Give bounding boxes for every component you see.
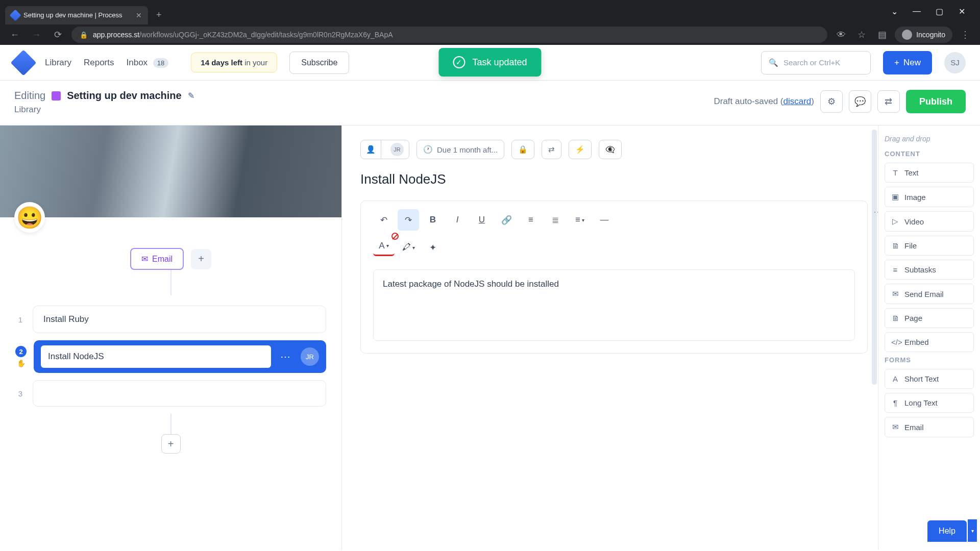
shuffle-button[interactable]: ⇄ (877, 90, 900, 113)
window-close-icon[interactable]: ✕ (953, 4, 970, 18)
help-button[interactable]: Help (927, 520, 967, 542)
block-embed[interactable]: </>Embed (885, 332, 974, 352)
tab-favicon (10, 9, 21, 21)
forward-button[interactable]: → (29, 27, 44, 42)
block-text[interactable]: TText (885, 163, 974, 183)
block-video[interactable]: ▷Video (885, 211, 974, 232)
block-page[interactable]: 🗎Page (885, 308, 974, 328)
user-avatar[interactable]: SJ (944, 52, 966, 73)
nav-library[interactable]: Library (45, 58, 71, 68)
email-button[interactable]: ✉ Email (130, 248, 184, 270)
italic-button[interactable]: I (447, 209, 468, 231)
align-button[interactable]: ≡ (569, 209, 591, 231)
panel-section-forms: FORMS (885, 356, 974, 364)
block-subtasks[interactable]: ≡Subtasks (885, 260, 974, 280)
workflow-emoji[interactable]: 😀 (14, 202, 45, 233)
nav-reports[interactable]: Reports (84, 58, 114, 68)
task-card[interactable]: Install Ruby (33, 306, 326, 333)
task-more-icon[interactable]: ⋯ (277, 350, 295, 363)
edit-title-icon[interactable]: ✎ (188, 91, 194, 101)
new-button[interactable]: + New (883, 51, 932, 74)
due-date-pill[interactable]: 🕐 Due 1 month aft... (416, 140, 504, 159)
plus-icon: + (894, 58, 899, 68)
task-assignee-avatar[interactable]: JR (301, 347, 319, 366)
trial-days: 14 days left (201, 58, 242, 67)
search-icon: 🔍 (769, 58, 778, 67)
app-logo[interactable] (11, 49, 37, 76)
subscribe-button[interactable]: Subscribe (289, 52, 349, 74)
lock-pill[interactable]: 🔒 (511, 140, 534, 159)
url-path: /workflows/uQGGj-_oKZ43zDM2a_dIgg/edit/t… (139, 31, 393, 39)
global-search[interactable]: 🔍 Search or Ctrl+K (761, 51, 871, 74)
window-maximize-icon[interactable]: ▢ (931, 4, 947, 18)
workflow-cover-image[interactable]: 😀 (0, 126, 341, 217)
task-row-empty[interactable]: 3 (15, 380, 326, 407)
block-file[interactable]: 🗎File (885, 236, 974, 256)
undo-button[interactable]: ↶ (373, 209, 395, 231)
hr-button[interactable]: ― (594, 209, 615, 231)
automation-pill[interactable]: ⚡ (569, 140, 592, 159)
nav-inbox-label: Inbox (127, 58, 148, 67)
url-input[interactable]: 🔒 app.process.st/workflows/uQGGj-_oKZ43z… (71, 27, 827, 43)
reload-button[interactable]: ⟳ (50, 27, 65, 42)
text-color-button[interactable]: A (373, 237, 395, 256)
task-row-active[interactable]: 2 ✋ ⋯ JR (15, 340, 326, 373)
tab-close-icon[interactable]: ✕ (136, 11, 142, 19)
kebab-menu-icon[interactable]: ⋮ (958, 27, 973, 42)
highlight-button[interactable]: 🖍 (398, 237, 419, 258)
back-button[interactable]: ← (7, 27, 22, 42)
comments-button[interactable]: 💬 (849, 90, 871, 113)
block-short-text[interactable]: AShort Text (885, 369, 974, 389)
nav-inbox[interactable]: Inbox 18 (127, 58, 169, 68)
task-number-badge: 2 (15, 346, 27, 357)
block-long-text[interactable]: ¶Long Text (885, 393, 974, 413)
visibility-pill[interactable]: 👁‍🗨 (599, 140, 622, 159)
discard-link[interactable]: discard (783, 96, 812, 106)
link-button[interactable]: 🔗 (496, 209, 517, 231)
drag-handle-icon[interactable]: ✋ (17, 359, 26, 367)
redo-button[interactable]: ↷ (398, 209, 419, 231)
task-row[interactable]: 1 Install Ruby (15, 306, 326, 333)
block-send-email[interactable]: ✉Send Email (885, 284, 974, 304)
task-detail-title[interactable]: Install NodeJS (360, 171, 868, 187)
new-tab-button[interactable]: + (150, 6, 168, 24)
breadcrumb[interactable]: Library (14, 105, 714, 115)
email-button-label: Email (152, 255, 173, 264)
block-image[interactable]: ▣Image (885, 187, 974, 207)
browser-tab[interactable]: Setting up dev machine | Process ✕ (5, 6, 148, 24)
add-header-button[interactable]: + (191, 249, 211, 269)
bullet-list-button[interactable]: ≡ (520, 209, 542, 231)
page-icon: 🗎 (891, 314, 899, 322)
editor-more-icon[interactable]: ⋯ (873, 206, 878, 217)
bold-button[interactable]: B (422, 209, 444, 231)
settings-button[interactable]: ⚙ (820, 90, 843, 113)
task-title-input[interactable] (41, 345, 271, 368)
shuffle-pill[interactable]: ⇄ (542, 140, 561, 159)
due-date-text: Due 1 month aft... (437, 145, 498, 154)
assignee-pill[interactable]: 👤 JR (360, 140, 409, 159)
task-list-pane: 😀 ✉ Email + 1 Install Ruby 2 ✋ (0, 126, 342, 550)
eye-off-icon[interactable]: 👁 (834, 27, 849, 42)
image-icon: ▣ (891, 192, 899, 202)
short-text-icon: A (891, 374, 899, 383)
help-expand-icon[interactable]: ▾ (968, 519, 977, 542)
block-email-field[interactable]: ✉Email (885, 417, 974, 437)
editor-content[interactable]: Latest package of NodeJS should be insta… (373, 269, 855, 341)
numbered-list-button[interactable]: ≣ (545, 209, 566, 231)
task-detail-pane: 👤 JR 🕐 Due 1 month aft... 🔒 ⇄ ⚡ 👁‍🗨 Inst… (342, 126, 878, 550)
shuffle-icon: ⇄ (548, 145, 555, 154)
publish-button[interactable]: Publish (906, 90, 966, 113)
task-card-empty[interactable] (33, 380, 326, 407)
toast-notification: ✓ Task updated (438, 48, 541, 77)
no-drop-icon (391, 233, 399, 240)
window-minimize-icon[interactable]: — (909, 4, 925, 18)
magic-button[interactable]: ✦ (422, 237, 444, 258)
envelope-icon: ✉ (891, 289, 899, 298)
chevron-down-icon[interactable]: ⌄ (886, 4, 902, 18)
underline-button[interactable]: U (471, 209, 493, 231)
add-task-button[interactable]: + (161, 434, 181, 454)
bolt-icon: ⚡ (575, 145, 585, 154)
extensions-icon[interactable]: ▤ (874, 27, 890, 42)
scrollbar[interactable] (872, 130, 877, 385)
star-icon[interactable]: ☆ (854, 27, 869, 42)
